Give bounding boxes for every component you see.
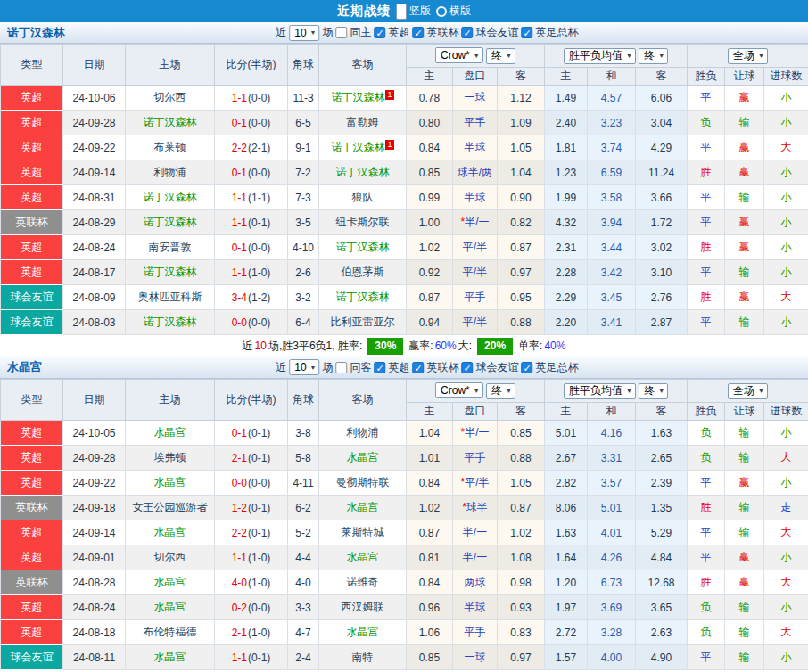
handicap-text: 平手 bbox=[465, 116, 486, 128]
avg-home-odds: 2.40 bbox=[545, 111, 588, 135]
league-cell: 英联杯 bbox=[1, 570, 63, 595]
away-team[interactable]: 富勒姆 bbox=[347, 116, 379, 128]
away-team[interactable]: 比利亚雷亚尔 bbox=[331, 316, 395, 328]
league-filter-checkbox-2[interactable]: ✓ bbox=[462, 27, 474, 38]
match-count-select-value: 10 bbox=[294, 27, 306, 39]
home-team[interactable]: 切尔西 bbox=[154, 551, 186, 563]
layout-vertical-label[interactable]: 竖版 bbox=[409, 4, 431, 19]
scope-select[interactable]: 全场▼ bbox=[728, 383, 768, 399]
goals-result: 小 bbox=[764, 235, 808, 260]
away-team[interactable]: 纽卡斯尔联 bbox=[336, 216, 390, 228]
home-team[interactable]: 水晶宫 bbox=[154, 651, 186, 663]
same-venue-checkbox[interactable]: ✓ bbox=[336, 27, 348, 38]
away-team[interactable]: 利物浦 bbox=[347, 426, 379, 438]
fulltime-score: 3-4 bbox=[232, 291, 247, 304]
away-team[interactable]: 诺丁汉森林 bbox=[331, 141, 384, 153]
handicap-value: 半球 bbox=[453, 135, 498, 160]
home-team[interactable]: 诺丁汉森林 bbox=[144, 191, 197, 203]
league-badge: 英超 bbox=[1, 620, 62, 644]
col-away-header: 客场 bbox=[319, 45, 407, 86]
match-count-select[interactable]: 10▼ bbox=[289, 25, 319, 41]
crow-final-select[interactable]: 终▼ bbox=[486, 383, 515, 399]
crow-away-odds: 0.87 bbox=[498, 235, 545, 260]
away-card-badge: 1 bbox=[385, 140, 393, 150]
away-team[interactable]: 诺丁汉森林 bbox=[336, 241, 390, 253]
away-team-cell: 诺丁汉森林 bbox=[319, 285, 407, 310]
home-team[interactable]: 奥林匹亚科斯 bbox=[138, 291, 202, 303]
away-team[interactable]: 水晶宫 bbox=[347, 501, 379, 513]
scope-select[interactable]: 全场▼ bbox=[728, 48, 768, 64]
crow-select[interactable]: Crow*▼ bbox=[435, 382, 483, 398]
halftime-score: (0-0) bbox=[248, 242, 270, 254]
away-team[interactable]: 狼队 bbox=[352, 191, 374, 203]
same-venue-checkbox[interactable]: ✓ bbox=[336, 362, 348, 373]
match-filters: 近10▼场✓同主✓英超✓英联杯✓球会友谊✓英足总杯 bbox=[276, 25, 581, 41]
league-filter-checkbox-1[interactable]: ✓ bbox=[413, 27, 425, 38]
handicap-text: 半球 bbox=[465, 141, 486, 153]
home-team[interactable]: 水晶宫 bbox=[154, 601, 186, 613]
avg-select[interactable]: 胜平负均值▼ bbox=[564, 48, 636, 64]
crow-select[interactable]: Crow*▼ bbox=[435, 47, 483, 63]
home-team[interactable]: 埃弗顿 bbox=[154, 451, 186, 463]
fulltime-score: 1-1 bbox=[232, 92, 247, 104]
home-team[interactable]: 诺丁汉森林 bbox=[144, 216, 197, 228]
away-team[interactable]: 诺维奇 bbox=[347, 576, 379, 588]
home-team-cell: 女王公园巡游者 bbox=[126, 496, 215, 520]
avg-final-select[interactable]: 终▼ bbox=[639, 383, 668, 399]
avg-select[interactable]: 胜平负均值▼ bbox=[564, 383, 636, 399]
away-team[interactable]: 水晶宫 bbox=[347, 451, 379, 463]
team-name-title[interactable]: 诺丁汉森林 bbox=[7, 25, 65, 41]
crow-final-select[interactable]: 终▼ bbox=[486, 48, 515, 64]
away-team[interactable]: 曼彻斯特联 bbox=[336, 476, 390, 488]
home-team[interactable]: 女王公园巡游者 bbox=[133, 501, 208, 513]
away-team[interactable]: 西汉姆联 bbox=[342, 601, 384, 613]
layout-vertical-radio[interactable] bbox=[396, 4, 407, 20]
home-team[interactable]: 水晶宫 bbox=[154, 476, 186, 488]
match-score: 2-1(0-1) bbox=[215, 446, 288, 471]
layout-horizontal-radio[interactable] bbox=[436, 6, 447, 17]
home-team[interactable]: 水晶宫 bbox=[154, 526, 186, 538]
handicap-text: 平手 bbox=[465, 451, 486, 463]
away-team[interactable]: 伯恩茅斯 bbox=[342, 266, 384, 278]
home-team[interactable]: 诺丁汉森林 bbox=[144, 266, 197, 278]
halftime-score: (1-0) bbox=[248, 552, 270, 564]
home-team-cell: 诺丁汉森林 bbox=[126, 260, 215, 285]
avg-away-odds: 1.35 bbox=[636, 496, 688, 520]
away-team[interactable]: 水晶宫 bbox=[347, 551, 379, 563]
col-date-header: 日期 bbox=[63, 45, 126, 86]
match-date: 24-08-24 bbox=[63, 235, 126, 260]
home-team[interactable]: 水晶宫 bbox=[154, 426, 186, 438]
home-team[interactable]: 南安普敦 bbox=[149, 241, 192, 253]
away-team[interactable]: 诺丁汉森林 bbox=[336, 166, 390, 178]
match-row: 英超24-10-05水晶宫0-1(0-1)3-8利物浦1.04*半/一0.855… bbox=[1, 421, 808, 446]
avg-final-select[interactable]: 终▼ bbox=[639, 48, 668, 64]
home-team[interactable]: 诺丁汉森林 bbox=[144, 116, 197, 128]
handicap-value: 平手 bbox=[453, 285, 498, 310]
home-team[interactable]: 水晶宫 bbox=[154, 576, 186, 588]
league-filter-checkbox-1[interactable]: ✓ bbox=[413, 362, 425, 373]
home-team[interactable]: 诺丁汉森林 bbox=[144, 316, 197, 328]
match-count-select[interactable]: 10▼ bbox=[289, 359, 319, 375]
wdl-result: 负 bbox=[688, 111, 725, 135]
avg-select-cell: 胜平负均值▼ 终▼ bbox=[545, 380, 688, 403]
avg-home-odds: 1.97 bbox=[545, 595, 588, 620]
wdl-result: 胜 bbox=[688, 285, 725, 310]
match-row: 英超24-08-31诺丁汉森林1-1(1-1)7-3狼队0.99半球0.901.… bbox=[1, 185, 808, 210]
home-team[interactable]: 布莱顿 bbox=[154, 141, 186, 153]
fulltime-score: 2-2 bbox=[232, 142, 247, 154]
league-filter-checkbox-3[interactable]: ✓ bbox=[522, 27, 533, 38]
layout-horizontal-label[interactable]: 横版 bbox=[449, 4, 471, 19]
home-team[interactable]: 利物浦 bbox=[154, 166, 186, 178]
away-team[interactable]: 诺丁汉森林 bbox=[336, 291, 390, 303]
league-filter-checkbox-0[interactable]: ✓ bbox=[375, 362, 386, 373]
home-team[interactable]: 切尔西 bbox=[154, 91, 186, 103]
away-team[interactable]: 水晶宫 bbox=[347, 626, 379, 638]
away-team[interactable]: 诺丁汉森林 bbox=[331, 91, 384, 103]
home-team[interactable]: 布伦特福德 bbox=[144, 626, 197, 638]
league-filter-checkbox-2[interactable]: ✓ bbox=[462, 362, 474, 373]
league-filter-checkbox-0[interactable]: ✓ bbox=[375, 27, 386, 38]
team-name-title[interactable]: 水晶宫 bbox=[7, 359, 42, 375]
away-team[interactable]: 南特 bbox=[352, 651, 374, 663]
away-team[interactable]: 莱斯特城 bbox=[342, 526, 384, 538]
league-filter-checkbox-3[interactable]: ✓ bbox=[522, 362, 533, 373]
